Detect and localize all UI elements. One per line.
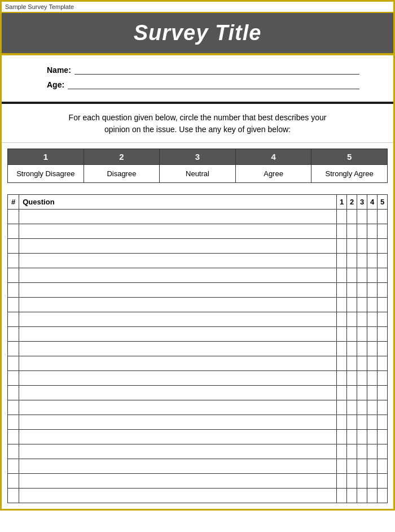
row-rating-2[interactable] [347,430,357,444]
row-rating-4[interactable] [367,210,378,224]
row-rating-3[interactable] [357,268,367,283]
row-rating-5[interactable] [378,459,388,474]
row-rating-3[interactable] [357,489,367,503]
row-rating-5[interactable] [378,474,388,489]
row-rating-1[interactable] [337,489,347,503]
row-rating-4[interactable] [367,386,378,400]
row-rating-4[interactable] [367,224,378,239]
row-rating-3[interactable] [357,386,367,400]
row-rating-5[interactable] [378,312,388,327]
row-rating-4[interactable] [367,312,378,327]
row-rating-1[interactable] [337,430,347,444]
row-rating-5[interactable] [378,254,388,268]
row-rating-2[interactable] [347,400,357,415]
row-rating-2[interactable] [347,356,357,371]
row-rating-3[interactable] [357,356,367,371]
row-rating-5[interactable] [378,327,388,342]
row-rating-2[interactable] [347,268,357,283]
row-rating-2[interactable] [347,239,357,254]
row-rating-2[interactable] [347,312,357,327]
row-rating-3[interactable] [357,327,367,342]
row-rating-1[interactable] [337,386,347,400]
row-rating-4[interactable] [367,298,378,312]
row-rating-2[interactable] [347,298,357,312]
row-rating-1[interactable] [337,342,347,356]
row-rating-1[interactable] [337,239,347,254]
row-rating-3[interactable] [357,474,367,489]
row-rating-5[interactable] [378,400,388,415]
row-rating-4[interactable] [367,283,378,298]
row-rating-5[interactable] [378,224,388,239]
row-rating-5[interactable] [378,415,388,430]
row-rating-5[interactable] [378,342,388,356]
row-rating-4[interactable] [367,459,378,474]
row-rating-1[interactable] [337,268,347,283]
row-rating-3[interactable] [357,371,367,386]
row-rating-4[interactable] [367,415,378,430]
row-rating-3[interactable] [357,224,367,239]
row-rating-4[interactable] [367,327,378,342]
row-rating-1[interactable] [337,327,347,342]
row-rating-4[interactable] [367,254,378,268]
row-rating-3[interactable] [357,415,367,430]
row-rating-5[interactable] [378,283,388,298]
row-rating-3[interactable] [357,298,367,312]
row-rating-1[interactable] [337,371,347,386]
row-rating-4[interactable] [367,444,378,459]
row-rating-2[interactable] [347,386,357,400]
row-rating-1[interactable] [337,224,347,239]
row-rating-4[interactable] [367,268,378,283]
row-rating-5[interactable] [378,356,388,371]
row-rating-1[interactable] [337,210,347,224]
row-rating-2[interactable] [347,415,357,430]
row-rating-1[interactable] [337,400,347,415]
row-rating-1[interactable] [337,444,347,459]
row-rating-2[interactable] [347,327,357,342]
row-rating-1[interactable] [337,312,347,327]
row-rating-2[interactable] [347,489,357,503]
row-rating-2[interactable] [347,371,357,386]
row-rating-2[interactable] [347,210,357,224]
row-rating-2[interactable] [347,283,357,298]
row-rating-1[interactable] [337,356,347,371]
row-rating-3[interactable] [357,430,367,444]
name-field[interactable] [74,66,359,75]
row-rating-5[interactable] [378,430,388,444]
row-rating-5[interactable] [378,210,388,224]
row-rating-4[interactable] [367,371,378,386]
row-rating-3[interactable] [357,283,367,298]
row-rating-5[interactable] [378,268,388,283]
row-rating-4[interactable] [367,356,378,371]
row-rating-2[interactable] [347,254,357,268]
row-rating-4[interactable] [367,400,378,415]
row-rating-4[interactable] [367,474,378,489]
row-rating-5[interactable] [378,386,388,400]
row-rating-2[interactable] [347,474,357,489]
row-rating-2[interactable] [347,342,357,356]
row-rating-4[interactable] [367,489,378,503]
row-rating-3[interactable] [357,210,367,224]
row-rating-1[interactable] [337,254,347,268]
row-rating-4[interactable] [367,430,378,444]
age-field[interactable] [68,80,359,89]
row-rating-3[interactable] [357,342,367,356]
row-rating-2[interactable] [347,224,357,239]
row-rating-3[interactable] [357,239,367,254]
row-rating-2[interactable] [347,459,357,474]
row-rating-3[interactable] [357,254,367,268]
row-rating-1[interactable] [337,474,347,489]
row-rating-5[interactable] [378,489,388,503]
row-rating-1[interactable] [337,415,347,430]
row-rating-5[interactable] [378,371,388,386]
row-rating-1[interactable] [337,283,347,298]
row-rating-3[interactable] [357,312,367,327]
row-rating-5[interactable] [378,239,388,254]
row-rating-3[interactable] [357,400,367,415]
row-rating-5[interactable] [378,444,388,459]
row-rating-3[interactable] [357,459,367,474]
row-rating-2[interactable] [347,444,357,459]
row-rating-4[interactable] [367,342,378,356]
row-rating-1[interactable] [337,459,347,474]
row-rating-4[interactable] [367,239,378,254]
row-rating-5[interactable] [378,298,388,312]
